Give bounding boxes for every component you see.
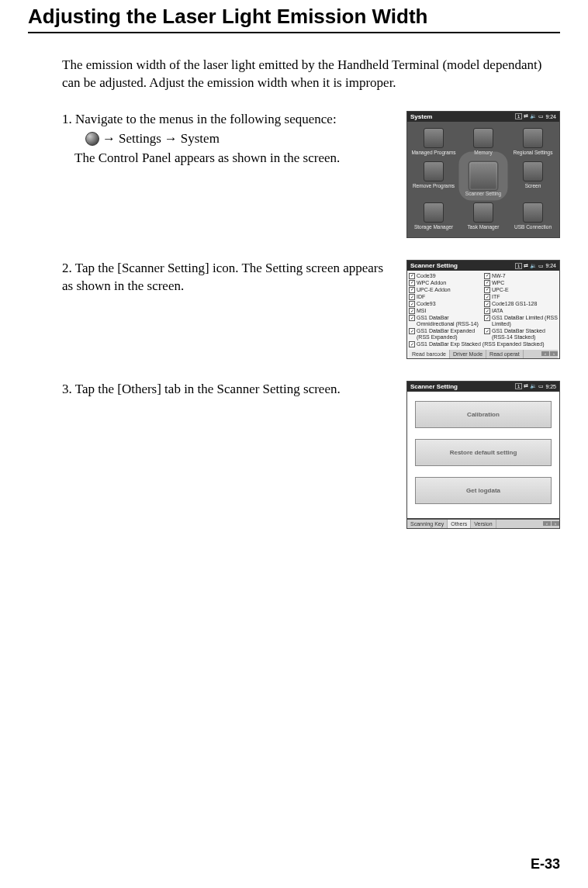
step-1-text: 1. Navigate to the menus in the followin…: [62, 111, 393, 168]
arrow-icon: →: [164, 130, 178, 148]
tab-version[interactable]: Version: [471, 520, 496, 528]
checkbox-icon: [409, 280, 415, 286]
status-area: 1 ⇄ 🔉 ▭ 9:25: [515, 383, 556, 389]
window-title: Scanner Setting: [410, 262, 458, 269]
checkbox-icon: [484, 273, 490, 279]
usb-icon: [523, 202, 543, 223]
speaker-icon: 🔉: [530, 113, 537, 119]
page-number: E-33: [531, 856, 560, 872]
signal-icon: ⇄: [524, 113, 528, 119]
title-underline: [28, 32, 560, 33]
screenshot-scanner-setting: Scanner Setting 1 ⇄ 🔉 ▭ 9:24 Code39 NW-7…: [406, 260, 560, 359]
clock: 9:24: [545, 114, 556, 119]
step-3-number: 3.: [62, 382, 72, 396]
restore-default-button[interactable]: Restore default setting: [415, 439, 552, 466]
step-1: 1. Navigate to the menus in the followin…: [62, 111, 560, 238]
tab-scroll-left[interactable]: ‹: [541, 351, 549, 356]
sys-storage-manager[interactable]: Storage Manager: [409, 199, 458, 233]
chk-gs1-stacked[interactable]: GS1 DataBar Stacked (RSS-14 Stacked): [484, 328, 558, 341]
get-logdata-button[interactable]: Get logdata: [415, 477, 552, 504]
nav-settings: Settings: [119, 130, 161, 148]
sys-scanner-setting[interactable]: Scanner Setting: [458, 158, 508, 199]
page-title: Adjusting the Laser Light Emission Width: [28, 5, 560, 29]
checkbox-icon: [484, 301, 490, 307]
clock: 9:24: [545, 263, 556, 268]
step-2: 2. Tap the [Scanner Setting] icon. The S…: [62, 260, 560, 359]
checkbox-icon: [484, 315, 490, 321]
tab-read-barcode[interactable]: Read barcode: [409, 350, 450, 358]
chk-wpc-addon[interactable]: WPC Addon: [409, 279, 483, 286]
checkbox-icon: [409, 308, 415, 314]
step-3: 3. Tap the [Others] tab in the Scanner S…: [62, 381, 560, 529]
tab-row: Scanning Key Others Version ‹ ›: [407, 520, 559, 528]
status-area: 1 ⇄ 🔉 ▭ 9:24: [515, 263, 556, 269]
scanner-setting-icon: [469, 161, 499, 192]
sys-usb-connection[interactable]: USB Connection: [508, 199, 558, 233]
checkbox-icon: [484, 280, 490, 286]
speaker-icon: 🔉: [530, 263, 537, 269]
sys-memory[interactable]: Memory: [458, 125, 508, 158]
chk-iata[interactable]: IATA: [484, 308, 558, 315]
chk-upce[interactable]: UPC-E: [484, 286, 558, 293]
tab-read-operation[interactable]: Read operat: [486, 350, 524, 358]
tab-scanning-key[interactable]: Scanning Key: [407, 520, 448, 528]
chk-idf[interactable]: IDF: [409, 293, 483, 300]
chk-wpc[interactable]: WPC: [484, 279, 558, 286]
remove-icon: [424, 161, 444, 181]
chk-code93[interactable]: Code93: [409, 300, 483, 307]
screen-icon: [523, 161, 543, 181]
regional-icon: [523, 128, 543, 148]
step-2-number: 2.: [62, 261, 72, 275]
sys-screen[interactable]: Screen: [508, 158, 558, 199]
tab-scroll-right[interactable]: ›: [550, 351, 558, 356]
step-1-number: 1.: [62, 112, 72, 126]
step-3-line: Tap the [Others] tab in the Scanner Sett…: [75, 382, 341, 396]
signal-icon: ⇄: [524, 263, 528, 269]
checkbox-icon: [409, 328, 415, 334]
programs-icon: [424, 128, 444, 148]
barcode-options-panel: Code39 NW-7 WPC Addon WPC UPC-E Addon UP…: [407, 271, 559, 358]
chk-gs1-limited[interactable]: GS1 DataBar Limited (RSS Limited): [484, 315, 558, 328]
checkbox-icon: [409, 315, 415, 321]
tab-scroll-right[interactable]: ›: [552, 521, 559, 526]
window-title: Scanner Setting: [410, 383, 458, 390]
tab-scroll-left[interactable]: ‹: [543, 521, 551, 526]
sim-indicator-icon: 1: [515, 263, 522, 269]
tab-others[interactable]: Others: [448, 520, 471, 528]
tab-driver-mode[interactable]: Driver Mode: [450, 350, 486, 358]
tab-row: Read barcode Driver Mode Read operat ‹ ›: [409, 350, 558, 358]
chk-itf[interactable]: ITF: [484, 293, 558, 300]
calibration-button[interactable]: Calibration: [415, 401, 552, 428]
sys-remove-programs[interactable]: Remove Programs: [409, 158, 458, 199]
arrow-icon: →: [102, 130, 116, 148]
sim-indicator-icon: 1: [515, 383, 522, 389]
task-manager-icon: [473, 202, 493, 223]
battery-icon: ▭: [538, 113, 544, 119]
sys-managed-programs[interactable]: Managed Programs: [409, 125, 458, 158]
chk-gs1-omni[interactable]: GS1 DataBar Omnidirectional (RSS-14): [409, 315, 483, 328]
others-panel: Calibration Restore default setting Get …: [407, 392, 559, 518]
sys-task-manager[interactable]: Task Manager: [458, 199, 508, 233]
battery-icon: ▭: [538, 383, 544, 389]
checkbox-icon: [409, 294, 415, 300]
sim-indicator-icon: 1: [515, 113, 522, 119]
chk-code128[interactable]: Code128 GS1-128: [484, 300, 558, 307]
chk-msi[interactable]: MSI: [409, 308, 483, 315]
titlebar: System 1 ⇄ 🔉 ▭ 9:24: [407, 112, 559, 122]
chk-upce-addon[interactable]: UPC-E Addon: [409, 286, 483, 293]
speaker-icon: 🔉: [530, 383, 537, 389]
memory-icon: [473, 128, 493, 148]
sys-regional-settings[interactable]: Regional Settings: [508, 125, 558, 158]
chk-code39[interactable]: Code39: [409, 272, 483, 279]
chk-nw7[interactable]: NW-7: [484, 272, 558, 279]
checkbox-icon: [484, 287, 490, 293]
nav-system: System: [181, 130, 220, 148]
titlebar: Scanner Setting 1 ⇄ 🔉 ▭ 9:24: [407, 261, 559, 271]
chk-gs1-exp-stacked[interactable]: GS1 DataBar Exp Stacked (RSS Expanded St…: [409, 341, 558, 348]
titlebar: Scanner Setting 1 ⇄ 🔉 ▭ 9:25: [407, 382, 559, 392]
screenshot-system-panel: System 1 ⇄ 🔉 ▭ 9:24 Managed Programs Mem…: [406, 111, 560, 238]
step-3-text: 3. Tap the [Others] tab in the Scanner S…: [62, 381, 393, 399]
checkbox-icon: [484, 294, 490, 300]
system-icon-grid: Managed Programs Memory Regional Setting…: [407, 122, 559, 237]
chk-gs1-expanded[interactable]: GS1 DataBar Expanded (RSS Expanded): [409, 328, 483, 341]
